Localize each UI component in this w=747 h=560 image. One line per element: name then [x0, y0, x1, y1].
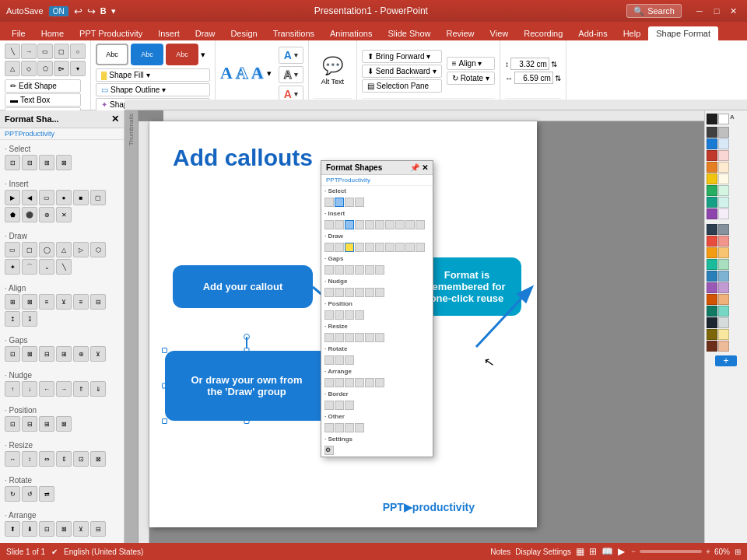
fs-ai-2[interactable] [335, 378, 344, 387]
fs-ii-1[interactable] [324, 220, 334, 229]
fs-gi-4[interactable] [355, 265, 364, 275]
fs-gi-3[interactable] [345, 265, 354, 275]
swatch-green[interactable] [707, 185, 717, 196]
spell-check-icon[interactable]: ✔ [51, 548, 58, 556]
fs-ni-4[interactable] [355, 288, 364, 297]
swatch-purple-light[interactable] [718, 208, 729, 219]
resize-icon-2[interactable]: ↕ [22, 451, 37, 467]
swatch-gray[interactable] [718, 224, 729, 235]
fs-pi-2[interactable] [335, 310, 344, 320]
swatch-violet[interactable] [707, 282, 717, 293]
fs-di-7[interactable] [385, 243, 395, 252]
close-button[interactable]: ✕ [727, 4, 741, 18]
color-white[interactable] [718, 114, 729, 124]
fs-di-6[interactable] [375, 243, 384, 252]
fs-di-2[interactable] [335, 243, 344, 252]
swatch-orange-light[interactable] [718, 162, 729, 173]
fs-bi-3[interactable] [345, 401, 354, 410]
fs-bi-2[interactable] [335, 401, 344, 410]
more-tools-icon[interactable]: ▾ [111, 6, 116, 16]
gaps-icon-3[interactable]: ⊟ [39, 346, 54, 362]
draw-icon-7[interactable]: ✦ [5, 259, 20, 275]
fs-ii-3[interactable] [345, 220, 354, 229]
fs-gi-5[interactable] [365, 265, 374, 275]
fs-di-10[interactable] [416, 243, 425, 252]
fs-pi-4[interactable] [355, 310, 364, 320]
nudge-icon-5[interactable]: ⇑ [73, 381, 89, 397]
text-box-button[interactable]: ▬ Text Box [5, 93, 81, 107]
fs-pi-3[interactable] [345, 310, 354, 320]
align-icon-6[interactable]: ⊟ [90, 294, 106, 310]
nudge-icon-1[interactable]: ↑ [5, 381, 20, 397]
send-backward-button[interactable]: ⬇ Send Backward ▾ [362, 65, 442, 78]
shape-arrow[interactable]: → [21, 44, 37, 59]
ins-icon-10[interactable]: ✕ [56, 207, 72, 222]
rotate-icon-3[interactable]: ⇄ [39, 486, 54, 502]
swatch-purple[interactable] [707, 208, 717, 219]
swatch-green-light[interactable] [718, 185, 729, 196]
style-sample-2[interactable]: Abc [131, 44, 163, 65]
sel-icon-1[interactable]: ⊡ [5, 155, 20, 170]
fs-di-1[interactable] [324, 243, 334, 252]
wordart-expand[interactable]: ▾ [267, 68, 276, 79]
zoom-level[interactable]: 60% [714, 548, 730, 556]
draw-icon-2[interactable]: ▢ [22, 242, 37, 257]
shape-more[interactable]: ▾ [70, 61, 86, 76]
rotate-icon-2[interactable]: ↺ [22, 486, 37, 502]
resize-icon-4[interactable]: ⇕ [56, 451, 72, 467]
tab-design[interactable]: Design [223, 26, 265, 40]
sel-icon-2[interactable]: ⊟ [22, 155, 37, 170]
fit-to-window-button[interactable]: ⊞ [735, 548, 741, 556]
slideshow-button[interactable]: ▶ [618, 546, 625, 557]
pos-icon-3[interactable]: ⊞ [39, 416, 54, 432]
fs-ri-5[interactable] [365, 333, 374, 342]
pos-icon-1[interactable]: ⊡ [5, 416, 20, 432]
shape-outline-button[interactable]: ▭ Shape Outline ▾ [96, 83, 210, 96]
fs-rti-2[interactable] [335, 355, 344, 365]
shape-diamond[interactable]: ◇ [21, 61, 37, 76]
align-icon-7[interactable]: ↥ [5, 311, 20, 327]
normal-view-button[interactable]: ▦ [576, 546, 584, 557]
fs-oi-2[interactable] [335, 423, 344, 432]
swatch-red[interactable] [707, 150, 717, 161]
swatch-teal-light[interactable] [718, 197, 729, 208]
fs-ri-1[interactable] [324, 333, 334, 342]
tab-insert[interactable]: Insert [150, 26, 188, 40]
zoom-out-button[interactable]: － [630, 546, 637, 557]
swatch-tan[interactable] [718, 341, 729, 352]
swatch-forest[interactable] [707, 306, 717, 317]
selection-pane-button[interactable]: ▤ Selection Pane [362, 79, 442, 93]
callout-1[interactable]: Add your callout [173, 265, 313, 308]
swatch-lavender[interactable] [718, 282, 729, 293]
swatch-blue[interactable] [707, 138, 717, 149]
handle-tl[interactable] [162, 348, 167, 353]
fs-ri-2[interactable] [335, 333, 344, 342]
wordart-sample-2[interactable]: A [236, 63, 248, 83]
gaps-icon-5[interactable]: ⊛ [73, 346, 89, 362]
reading-view-button[interactable]: 📖 [601, 546, 613, 557]
fs-oi-1[interactable] [324, 423, 334, 432]
thumbnails-panel[interactable]: Thumbnails [124, 110, 139, 543]
gaps-icon-2[interactable]: ⊠ [22, 346, 37, 362]
tab-ppt-productivity[interactable]: PPT Productivity [72, 26, 150, 40]
ins-icon-4[interactable]: ● [56, 190, 72, 205]
shape-pentagon[interactable]: ⬠ [37, 61, 53, 76]
nudge-icon-4[interactable]: → [56, 381, 72, 397]
sel-icon-4[interactable]: ⊠ [56, 155, 72, 170]
tab-slideshow[interactable]: Slide Show [380, 26, 438, 40]
fs-ri-4[interactable] [355, 333, 364, 342]
ins-icon-5[interactable]: ■ [73, 190, 89, 205]
resize-icon-1[interactable]: ↔ [5, 451, 20, 467]
gaps-icon-6[interactable]: ⊻ [90, 346, 106, 362]
fs-oi-4[interactable] [355, 423, 364, 432]
shape-oval[interactable]: ○ [70, 44, 86, 59]
draw-icon-4[interactable]: △ [56, 242, 72, 257]
resize-icon-3[interactable]: ⇔ [39, 451, 54, 467]
fs-rti-3[interactable] [345, 355, 354, 365]
fs-ii-8[interactable] [395, 220, 405, 229]
swatch-yellow-light[interactable] [718, 173, 729, 184]
callout-1-container[interactable]: Add your callout [173, 265, 313, 308]
pos-icon-4[interactable]: ⊠ [56, 416, 72, 432]
swatch-emerald[interactable] [707, 259, 717, 270]
tab-file[interactable]: File [4, 26, 33, 40]
